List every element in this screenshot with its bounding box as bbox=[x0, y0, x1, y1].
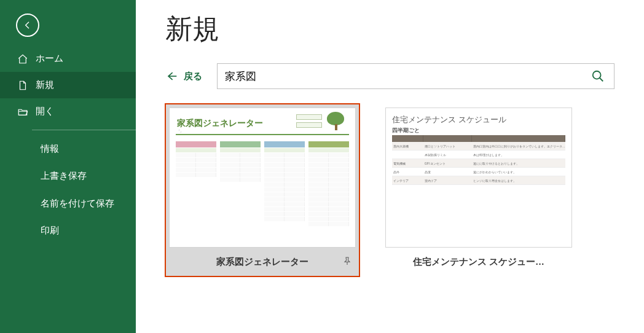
preview-table-row: 電気機械GFI コンセント速にに取りやけるとおりします。 bbox=[392, 159, 565, 168]
sidebar-item-info[interactable]: 情報 bbox=[0, 135, 136, 162]
preview-table-row: 屋内大器機煙口とソトリアハット屋内口室内は外口口に到りがおりをタンていします。エ… bbox=[392, 142, 565, 151]
sidebar-item-label: ホーム bbox=[36, 53, 63, 65]
thumbnail-preview: 住宅メンテナンス スケジュール 四半期ごと 屋内大器機煙口とソトリアハット屋内口… bbox=[385, 108, 572, 248]
template-search-input[interactable] bbox=[225, 70, 589, 82]
svg-point-0 bbox=[593, 71, 601, 79]
back-arrow-icon bbox=[165, 70, 178, 82]
template-card-footer: 住宅メンテナンス スケジュー… bbox=[382, 248, 576, 276]
back-arrow-icon bbox=[23, 20, 33, 30]
search-icon bbox=[591, 69, 605, 83]
preview-title: 家系図ジェネレーター bbox=[177, 118, 263, 129]
back-to-templates-link[interactable]: 戻る bbox=[165, 70, 202, 82]
sidebar-item-label: 上書き保存 bbox=[41, 170, 87, 181]
backstage-sidebar: ホーム 新規 開く 情報 上書き保存 名前を付けて保存 印刷 bbox=[0, 0, 136, 333]
preview-grid bbox=[176, 141, 349, 226]
sidebar-item-home[interactable]: ホーム bbox=[0, 45, 136, 72]
template-search-box[interactable] bbox=[217, 63, 615, 89]
open-folder-icon bbox=[17, 106, 28, 117]
preview-table: 屋内大器機煙口とソトリアハット屋内口室内は外口口に到りがおりをタンていします。エ… bbox=[392, 135, 565, 185]
sidebar-menu: ホーム 新規 開く bbox=[0, 45, 136, 125]
template-results: 家系図ジェネレーター 「」 家系図ジェネレーター bbox=[165, 104, 615, 276]
thumbnail-preview: 家系図ジェネレーター 「」 bbox=[169, 108, 356, 248]
pin-icon bbox=[342, 256, 352, 266]
sidebar-item-save[interactable]: 上書き保存 bbox=[0, 162, 136, 189]
template-thumbnail: 家系図ジェネレーター 「」 bbox=[165, 104, 359, 248]
preview-divider bbox=[176, 134, 349, 135]
sidebar-item-print[interactable]: 印刷 bbox=[0, 217, 136, 244]
preview-subtitle: 「」 bbox=[177, 129, 183, 133]
template-card-title: 家系図ジェネレーター bbox=[216, 256, 308, 268]
sidebar-item-label: 名前を付けて保存 bbox=[41, 198, 114, 208]
sidebar-submenu: 情報 上書き保存 名前を付けて保存 印刷 bbox=[0, 135, 136, 244]
back-link-label: 戻る bbox=[184, 71, 202, 82]
sidebar-item-label: 新規 bbox=[36, 79, 54, 91]
home-icon bbox=[17, 53, 28, 65]
back-button[interactable] bbox=[16, 14, 39, 37]
sidebar-item-label: 印刷 bbox=[41, 225, 59, 235]
sidebar-item-new[interactable]: 新規 bbox=[0, 72, 136, 98]
template-card-title: 住宅メンテナンス スケジュー… bbox=[413, 256, 544, 268]
preview-table-row: 木製防腐リミル木は料理がはします。 bbox=[392, 151, 565, 159]
template-card-family-tree[interactable]: 家系図ジェネレーター 「」 家系図ジェネレーター bbox=[165, 104, 359, 276]
preview-table-row: 品外品度速にがかわからいていいます。 bbox=[392, 168, 565, 176]
page-title: 新規 bbox=[165, 11, 615, 47]
search-row: 戻る bbox=[165, 63, 615, 89]
template-card-home-maintenance[interactable]: 住宅メンテナンス スケジュール 四半期ごと 屋内大器機煙口とソトリアハット屋内口… bbox=[382, 104, 576, 276]
preview-title: 住宅メンテナンス スケジュール bbox=[392, 114, 506, 125]
preview-tags bbox=[296, 114, 322, 128]
preview-table-row: インテリア室内ドアヒンジに取り用金をはします。 bbox=[392, 176, 565, 185]
sidebar-item-save-as[interactable]: 名前を付けて保存 bbox=[0, 190, 136, 217]
search-button[interactable] bbox=[589, 68, 607, 85]
template-thumbnail: 住宅メンテナンス スケジュール 四半期ごと 屋内大器機煙口とソトリアハット屋内口… bbox=[382, 104, 576, 248]
pin-button[interactable] bbox=[342, 256, 352, 268]
content-area: 新規 戻る 家系図ジェネレーター 「」 bbox=[136, 0, 644, 333]
sidebar-divider bbox=[32, 130, 136, 130]
sidebar-item-open[interactable]: 開く bbox=[0, 98, 136, 125]
preview-table-head bbox=[392, 135, 565, 142]
new-file-icon bbox=[17, 80, 28, 91]
template-card-footer: 家系図ジェネレーター bbox=[165, 248, 359, 276]
preview-subtitle: 四半期ごと bbox=[392, 127, 420, 135]
sidebar-item-label: 情報 bbox=[41, 143, 59, 154]
tree-icon bbox=[327, 112, 345, 133]
sidebar-item-label: 開く bbox=[36, 106, 54, 117]
